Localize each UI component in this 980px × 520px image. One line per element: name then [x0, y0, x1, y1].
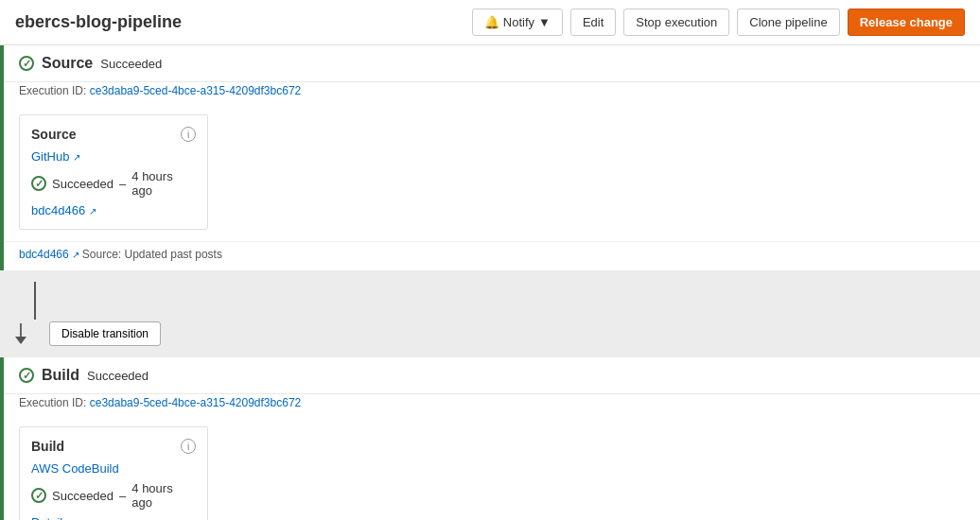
build-stage-header: ✓ Build Succeeded: [4, 357, 980, 394]
source-execution-id-link[interactable]: ce3daba9-5ced-4bce-a315-4209df3bc672: [90, 84, 302, 97]
build-stage-status: Succeeded: [87, 369, 149, 383]
source-info-icon[interactable]: i: [181, 127, 196, 142]
build-action-status: Succeeded: [52, 489, 114, 503]
transition-zone: Disable transition: [0, 270, 980, 357]
build-details-link[interactable]: Details: [31, 515, 69, 520]
transition-arrow: [34, 282, 36, 320]
source-action-time: 4 hours ago: [131, 169, 196, 198]
source-action-status-row: ✓ Succeeded – 4 hours ago: [31, 169, 196, 198]
transition-controls: Disable transition: [15, 321, 161, 346]
transition-arrow-area: [15, 323, 26, 344]
source-action-success-icon: ✓: [31, 176, 46, 191]
source-footer-external-icon: ↗: [72, 250, 82, 260]
main-content: ✓ Source Succeeded Execution ID: ce3daba…: [0, 45, 980, 520]
source-action-status: Succeeded: [52, 177, 114, 191]
source-provider-row: GitHub ↗: [31, 149, 196, 164]
build-provider-link[interactable]: AWS CodeBuild: [31, 461, 119, 476]
source-action-card-header: Source i: [31, 127, 196, 142]
build-action-card-header: Build i: [31, 439, 196, 454]
build-action-time: 4 hours ago: [131, 481, 196, 510]
source-action-card: Source i GitHub ↗ ✓ Succeeded – 4 hours …: [19, 114, 208, 230]
source-stage-footer: bdc4d466 ↗ Source: Updated past posts: [4, 241, 980, 270]
build-provider-row: AWS CodeBuild: [31, 461, 196, 476]
build-details-row: Details: [31, 515, 196, 520]
source-footer-message: Source: Updated past posts: [82, 248, 222, 261]
build-success-icon: ✓: [19, 368, 34, 383]
clone-pipeline-button[interactable]: Clone pipeline: [737, 9, 839, 36]
source-stage-header: ✓ Source Succeeded: [4, 45, 980, 82]
top-actions: 🔔 Notify ▼ Edit Stop execution Clone pip…: [472, 9, 965, 36]
disable-transition-button[interactable]: Disable transition: [49, 321, 161, 346]
top-bar: ebercs-blog-pipeline 🔔 Notify ▼ Edit Sto…: [0, 0, 980, 45]
build-action-success-icon: ✓: [31, 488, 46, 503]
source-stage: ✓ Source Succeeded Execution ID: ce3daba…: [0, 45, 980, 270]
build-execution-id: Execution ID: ce3daba9-5ced-4bce-a315-42…: [4, 394, 980, 415]
arrow-head: [15, 337, 26, 344]
notify-button[interactable]: 🔔 Notify ▼: [472, 9, 563, 36]
source-provider-link[interactable]: GitHub: [31, 149, 69, 164]
build-stage-title: Build: [42, 367, 79, 384]
source-success-icon: ✓: [19, 56, 34, 71]
source-execution-id: Execution ID: ce3daba9-5ced-4bce-a315-42…: [4, 82, 980, 103]
source-external-link-icon: ↗: [73, 152, 80, 163]
build-info-icon[interactable]: i: [181, 439, 196, 454]
stop-execution-button[interactable]: Stop execution: [623, 9, 729, 36]
build-stage-body: Build i AWS CodeBuild ✓ Succeeded – 4 ho…: [4, 415, 980, 520]
source-stage-status: Succeeded: [100, 57, 162, 71]
build-execution-id-link[interactable]: ce3daba9-5ced-4bce-a315-4209df3bc672: [90, 396, 302, 409]
bell-icon: 🔔: [484, 15, 499, 29]
dropdown-icon: ▼: [538, 15, 551, 29]
source-stage-title: Source: [42, 55, 93, 72]
build-stage: ✓ Build Succeeded Execution ID: ce3daba9…: [0, 357, 980, 520]
source-commit-link[interactable]: bdc4d466: [31, 203, 85, 217]
release-change-button[interactable]: Release change: [848, 9, 965, 36]
source-action-title: Source: [31, 127, 76, 142]
source-stage-body: Source i GitHub ↗ ✓ Succeeded – 4 hours …: [4, 103, 980, 241]
edit-button[interactable]: Edit: [570, 9, 616, 36]
source-commit-external-icon: ↗: [89, 206, 96, 217]
pipeline-title: ebercs-blog-pipeline: [15, 12, 182, 32]
arrow-line: [34, 282, 36, 301]
source-footer-commit-link[interactable]: bdc4d466: [19, 248, 69, 261]
arrow-line-2: [34, 301, 36, 320]
build-action-status-row: ✓ Succeeded – 4 hours ago: [31, 481, 196, 510]
source-commit-row: bdc4d466 ↗: [31, 203, 196, 217]
build-action-card: Build i AWS CodeBuild ✓ Succeeded – 4 ho…: [19, 426, 208, 520]
build-action-title: Build: [31, 439, 64, 454]
